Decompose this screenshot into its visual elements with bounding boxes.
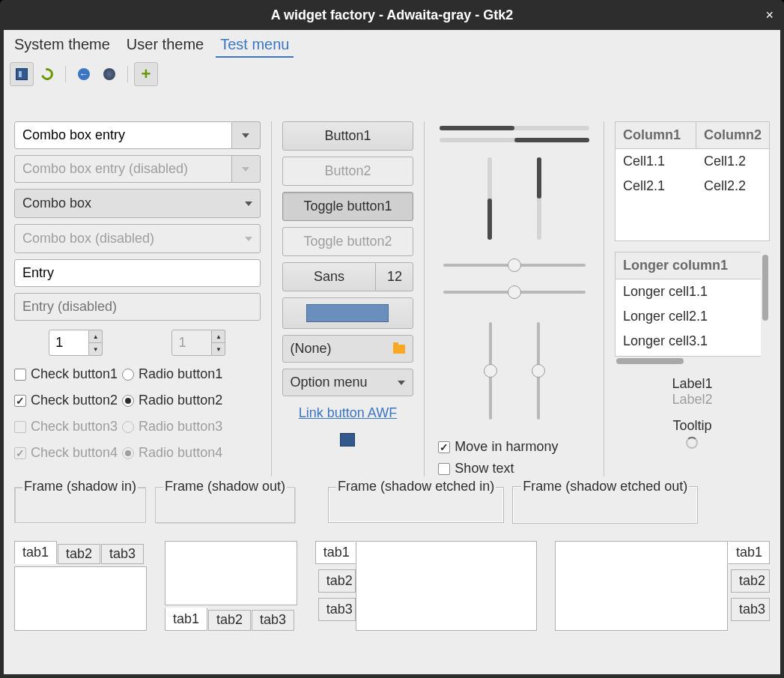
spin-up-icon[interactable]: ▲ [89,330,103,342]
combo-dropdown-button[interactable] [232,121,261,149]
option-menu[interactable]: Option menu [282,369,414,396]
slider-thumb[interactable] [532,364,545,378]
toolbar: ← + [4,58,780,91]
slider-thumb[interactable] [508,285,521,299]
tab[interactable]: tab3 [731,598,770,621]
file-chooser-button[interactable]: (None) [282,335,414,363]
font-button[interactable]: Sans [282,262,377,291]
tab[interactable]: tab2 [58,544,100,564]
vertical-slider-2[interactable] [537,322,540,420]
back-icon: ← [78,68,90,80]
frame-shadow-in: Frame (shadow in) [14,487,146,523]
spin-value[interactable] [49,330,89,356]
combo-box-entry[interactable] [14,121,232,149]
close-icon[interactable]: × [765,7,774,23]
check-label: Check button3 [31,419,118,435]
tab[interactable]: tab2 [318,569,356,593]
button-1[interactable]: Button1 [282,121,414,151]
notebook-bottom: tab2 tab3 tab1 [165,541,297,631]
toolbar-forward-button[interactable] [97,62,121,86]
horizontal-scrollbar[interactable] [615,357,770,366]
progress-fill [487,199,492,240]
notebook-left: tab2 tab3 tab1 [315,541,537,631]
check-label: Check button4 [31,445,118,461]
menu-test-menu[interactable]: Test menu [216,33,294,58]
horizontal-slider-2[interactable] [443,291,586,294]
entry-disabled [14,293,261,321]
tab[interactable]: tab2 [208,610,251,631]
toggle-button-2-disabled: Toggle button2 [282,227,414,256]
combo-box-label: Combo box [22,196,91,211]
tab[interactable]: tab2 [731,569,770,593]
table-header-cell[interactable]: Column1 [616,122,696,148]
toolbar-refresh-button[interactable] [35,62,59,86]
progress-fill [440,126,514,130]
toolbar-add-button[interactable]: + [134,62,158,86]
tab[interactable]: tab3 [252,610,294,631]
window-title: A widget factory - Adwaita-gray - Gtk2 [271,7,514,23]
slider-thumb[interactable] [484,364,497,378]
notebook-page [14,566,147,631]
table-header-cell[interactable]: Longer column1 [616,252,750,279]
toolbar-open-button[interactable] [10,62,34,86]
radio-button-2[interactable] [122,395,134,407]
tab-active[interactable]: tab1 [315,541,356,564]
frame-label: Frame (shadow in) [22,479,138,494]
progress-fill [537,157,541,199]
tab-active[interactable]: tab1 [728,541,770,564]
frame-label: Frame (shadow etched in) [336,479,496,494]
tab[interactable]: tab3 [318,598,356,621]
table-row[interactable]: Longer cell3.1 [616,329,769,354]
table-row[interactable]: Cell1.1Cell1.2 [616,149,769,174]
table-row[interactable]: Longer cell2.1 [616,304,769,329]
radio-label: Radio button2 [139,393,222,408]
progress-bar-2 [440,138,589,142]
menu-user-theme[interactable]: User theme [122,33,208,58]
entry-field[interactable] [14,259,261,287]
menubar: System theme User theme Test menu [4,30,780,58]
radio-label: Radio button3 [139,419,222,435]
titlebar[interactable]: A widget factory - Adwaita-gray - Gtk2 × [0,0,784,30]
check-showtext[interactable] [438,463,450,475]
color-button[interactable] [282,297,414,329]
table-cell: Cell2.1 [616,174,696,199]
check-button-1[interactable] [14,369,26,381]
frame-etched-out: Frame (shadow etched out) [513,487,697,523]
folder-icon [393,345,405,354]
notebook-right: tab2 tab3 tab1 [555,541,770,631]
tab-active[interactable]: tab1 [14,541,57,564]
radio-label: Radio button4 [139,445,222,461]
spin-button-2-disabled: ▲▼ [171,330,225,356]
frames-row: Frame (shadow in) Frame (shadow out) Fra… [14,487,770,523]
check-button-2[interactable] [14,395,26,407]
tab-active[interactable]: tab1 [165,608,207,631]
vertical-progress-1 [487,157,492,240]
scrollbar-thumb[interactable] [616,358,684,364]
vertical-slider-1[interactable] [489,322,492,420]
table-row[interactable]: Longer cell1.1 [616,279,769,304]
radio-button-3-disabled [122,421,134,433]
slider-thumb[interactable] [508,258,521,272]
scrollbar-thumb[interactable] [762,255,768,321]
combo-box-disabled: Combo box (disabled) [14,224,261,253]
toggle-button-1[interactable]: Toggle button1 [282,192,414,221]
link-button[interactable]: Link button AWF [282,402,414,424]
spin-down-icon[interactable]: ▼ [89,342,103,356]
combo-box[interactable]: Combo box [14,189,261,218]
table-row[interactable]: Cell2.1Cell2.2 [616,174,769,199]
spin-button-1[interactable]: ▲▼ [49,330,103,356]
font-size-button[interactable]: 12 [376,262,413,291]
check-button-4-disabled [14,447,26,459]
client-area: System theme User theme Test menu ← + [4,30,780,674]
menu-system-theme[interactable]: System theme [10,33,115,58]
horizontal-slider-1[interactable] [443,264,586,267]
tab[interactable]: tab3 [101,544,144,564]
toolbar-back-button[interactable]: ← [72,62,96,86]
check-harmony[interactable] [438,441,450,453]
separator [604,121,604,476]
radio-button-1[interactable] [122,369,134,381]
tooltip-label: Tooltip [615,418,770,434]
column-entries: Combo box Combo box (disabled) ▲▼ ▲▼ [14,121,261,476]
vertical-scrollbar[interactable] [761,252,770,357]
table-header-cell[interactable]: Column2 [696,122,769,148]
